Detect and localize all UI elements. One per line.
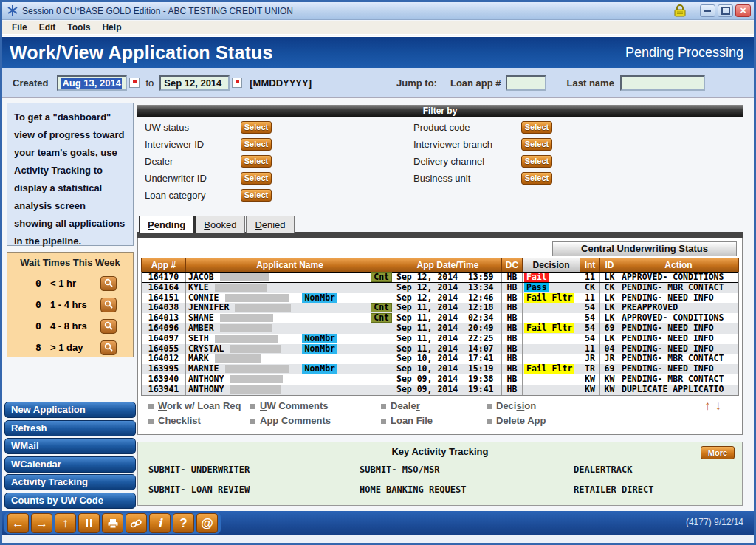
column-header-decision[interactable]: Decision <box>523 258 580 272</box>
maximize-button[interactable] <box>718 4 733 17</box>
toolbar-email-icon[interactable]: @ <box>196 513 218 533</box>
move-down-arrow[interactable]: ↓ <box>715 399 722 413</box>
column-header-id[interactable]: ID <box>600 258 619 272</box>
table-row[interactable]: 164013SHANECntSep 11, 2014 02:34HB54LKAP… <box>142 313 738 323</box>
more-button[interactable]: More <box>701 446 735 459</box>
nonmember-badge: NonMbr <box>302 293 337 303</box>
column-header-dc[interactable]: DC <box>502 258 523 272</box>
nav-button-wcalendar[interactable]: WCalendar <box>4 456 136 473</box>
link-bullet-icon <box>148 419 154 424</box>
cell-app-datetime: Sep 09, 2014 19:38 <box>394 374 502 385</box>
column-header-app-[interactable]: App # <box>142 258 186 272</box>
select-button-dealer[interactable]: Select <box>241 155 272 168</box>
link-dealer[interactable]: Dealer <box>381 400 420 411</box>
menu-item-tools[interactable]: Tools <box>62 21 95 33</box>
activity-item[interactable]: HOME BANKING REQUEST <box>360 484 467 495</box>
wait-zoom-button[interactable] <box>100 340 117 355</box>
activity-item[interactable]: SUBMIT- MSO/MSR <box>360 465 439 475</box>
link-checklist[interactable]: Checklist <box>148 415 201 426</box>
activity-item[interactable]: SUBMIT- UNDERWRITER <box>148 465 250 475</box>
table-row[interactable]: 163995MARNIENonMbrSep 10, 2014 15:19HBFa… <box>142 364 738 374</box>
calendar-icon-to[interactable] <box>232 78 242 88</box>
toolbar-back-arrow[interactable]: ← <box>7 513 29 533</box>
select-button-business-unit[interactable]: Select <box>521 172 552 185</box>
toolbar-forward-arrow[interactable]: → <box>31 513 52 533</box>
cell-decision: Fail Fltr <box>523 364 580 374</box>
select-button-interviewer-id[interactable]: Select <box>241 138 272 151</box>
activity-item[interactable]: RETAILER DIRECT <box>574 484 653 495</box>
loan-app-input[interactable] <box>506 75 546 91</box>
activity-item[interactable]: SUBMIT- LOAN REVIEW <box>148 484 250 495</box>
cell-app-datetime: Sep 12, 2014 13:34 <box>394 283 502 293</box>
column-header-app-date-time[interactable]: App Date/Time <box>394 258 502 272</box>
link-work-w-loan-req[interactable]: Work w/ Loan Req <box>148 400 241 411</box>
toolbar-up-arrow[interactable]: ↑ <box>55 513 76 533</box>
menu-item-edit[interactable]: Edit <box>34 21 61 33</box>
cosigner-badge: Cnt <box>371 303 392 312</box>
link-loan-file[interactable]: Loan File <box>381 415 433 426</box>
activity-item[interactable]: DEALERTRACK <box>574 465 632 475</box>
table-row[interactable]: 164151CONNIENonMbrSep 12, 2014 12:46HBFa… <box>142 293 738 304</box>
toolbar-help-icon[interactable]: ? <box>173 513 194 533</box>
select-button-delivery-channel[interactable]: Select <box>521 155 552 168</box>
table-row[interactable]: 164170JACOBCntSep 12, 2014 13:59HBFail11… <box>142 272 738 283</box>
link-delete-app[interactable]: Delete App <box>487 415 546 426</box>
nav-button-new-application[interactable]: New Application <box>4 402 136 418</box>
column-header-applicant-name[interactable]: Applicant Name <box>186 258 394 272</box>
table-row[interactable]: 163941ANTHONYSep 09, 2014 19:41HBKWKWDUP… <box>142 385 738 395</box>
tab-booked[interactable]: Booked <box>195 216 245 233</box>
tab-denied[interactable]: Denied <box>246 216 294 233</box>
table-row[interactable]: 164038JENNIFERCntSep 11, 2014 12:18HB54L… <box>142 303 738 313</box>
link-uw-comments[interactable]: UW Comments <box>250 400 328 411</box>
cell-action: PENDING- MBR CONTACT <box>619 283 738 293</box>
table-row[interactable]: 164164KYLESep 12, 2014 13:34HBPassCKCKPE… <box>142 283 738 293</box>
table-row[interactable]: 164055CRYSTALNonMbrSep 11, 2014 14:07HB1… <box>142 344 738 354</box>
nav-button-wmail[interactable]: WMail <box>4 438 136 454</box>
cell-interviewer: KW <box>580 374 600 385</box>
cell-decision: Fail <box>523 272 580 283</box>
window-title: Session 0 CU*BASE GOLD Edition - ABC TES… <box>22 6 293 16</box>
nav-button-refresh[interactable]: Refresh <box>4 420 136 436</box>
filter-label: Business unit <box>413 173 521 184</box>
toolbar-print-icon[interactable] <box>102 513 123 533</box>
select-button-uw-status[interactable]: Select <box>241 121 272 134</box>
tab-strip <box>137 232 743 238</box>
toolbar-pause-icon[interactable] <box>78 513 100 533</box>
select-button-loan-category[interactable]: Select <box>241 189 272 202</box>
last-name-input[interactable] <box>620 75 705 91</box>
move-up-arrow[interactable]: ↑ <box>704 399 711 413</box>
table-row[interactable]: 163940ANTHONYSep 09, 2014 19:38HBKWKWPEN… <box>142 374 738 385</box>
column-header-int[interactable]: Int <box>580 258 600 272</box>
table-row[interactable]: 164012MARKSep 10, 2014 17:41HBJRJRPENDIN… <box>142 354 738 364</box>
table-row[interactable]: 164096AMBERSep 11, 2014 20:49HBFail Fltr… <box>142 323 738 334</box>
redacted-last-name <box>215 284 267 292</box>
close-button[interactable]: ✕ <box>735 4 751 17</box>
redacted-last-name <box>230 375 283 383</box>
link-decision[interactable]: Decision <box>487 400 536 411</box>
link-bullet-icon <box>148 404 154 409</box>
tab-pending[interactable]: Pending <box>139 216 194 233</box>
wait-zoom-button[interactable] <box>100 298 117 312</box>
toolbar-link-icon[interactable] <box>126 513 147 533</box>
calendar-icon-from[interactable] <box>129 78 140 88</box>
redacted-last-name <box>215 354 261 363</box>
created-from-field[interactable]: Aug 13, 2014 <box>57 75 127 91</box>
wait-zoom-button[interactable] <box>100 276 117 291</box>
nav-button-activity-tracking[interactable]: Activity Tracking <box>4 474 136 490</box>
column-header-action[interactable]: Action <box>619 258 738 272</box>
nav-button-counts-by-uw-code[interactable]: Counts by UW Code <box>4 493 136 509</box>
wait-zoom-button[interactable] <box>100 319 117 334</box>
table-row[interactable]: 164097SETHNonMbrSep 11, 2014 22:25HB54LK… <box>142 334 738 344</box>
decision-badge: Fail Fltr <box>524 323 574 334</box>
menu-item-help[interactable]: Help <box>97 21 126 33</box>
select-button-product-code[interactable]: Select <box>521 121 552 134</box>
cell-app-datetime: Sep 12, 2014 13:59 <box>394 272 502 283</box>
select-button-underwriter-id[interactable]: Select <box>241 172 272 185</box>
minimize-button[interactable] <box>700 4 715 17</box>
toolbar-info-icon[interactable]: i <box>149 513 171 533</box>
link-app-comments[interactable]: App Comments <box>250 415 331 426</box>
menu-item-file[interactable]: File <box>7 21 32 33</box>
select-button-interviewer-branch[interactable]: Select <box>521 138 552 151</box>
created-to-field[interactable]: Sep 12, 2014 <box>159 75 230 91</box>
filter-label: Product code <box>413 122 521 133</box>
